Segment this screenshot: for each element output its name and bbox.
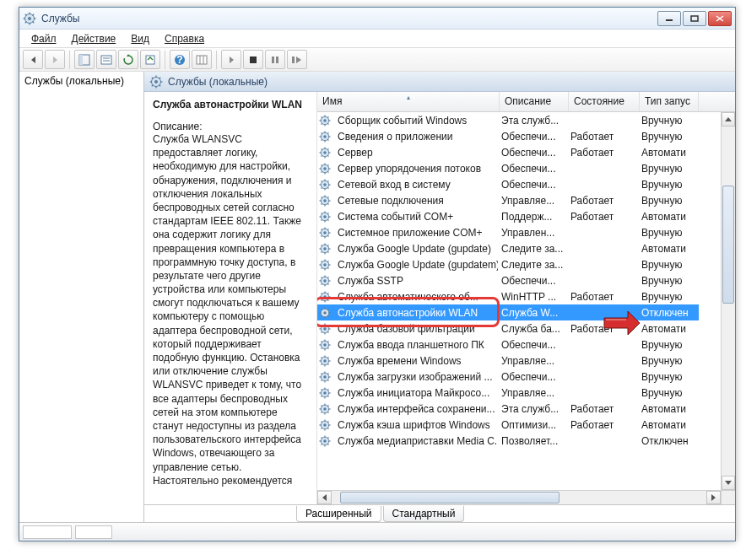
cell-description: WinHTTP ...	[498, 291, 567, 303]
table-row[interactable]: Служба времени WindowsУправляе...Вручную	[317, 353, 699, 369]
cell-name: Служба Google Update (gupdate)	[334, 243, 498, 255]
window-title: Службы	[41, 13, 657, 24]
table-row[interactable]: Системное приложение COM+Управлен...Вруч…	[317, 224, 699, 240]
gear-icon	[319, 307, 331, 319]
table-row[interactable]: Служба Google Update (gupdate)Следите за…	[317, 240, 699, 256]
cell-name: Служба времени Windows	[334, 355, 498, 367]
table-row[interactable]: Сетевой вход в системуОбеспечи...Вручную	[317, 176, 699, 192]
service-list: Имя▴ Описание Состояние Тип запус Сборщи…	[317, 92, 735, 504]
show-hide-tree-button[interactable]	[74, 50, 95, 69]
tab-extended[interactable]: Расширенный	[296, 506, 381, 522]
cell-description: Эта служб...	[498, 115, 567, 127]
cell-name: Система событий COM+	[334, 211, 498, 223]
table-row[interactable]: Служба автоматического об...WinHTTP ...Р…	[317, 288, 699, 304]
gear-icon	[319, 339, 331, 351]
restart-service-button[interactable]	[287, 50, 307, 69]
cell-description: Управляе...	[498, 355, 567, 367]
close-button[interactable]	[708, 11, 732, 26]
cell-state: Работает	[567, 323, 638, 335]
table-row[interactable]: Служба автонастройки WLANСлужба W...Откл…	[317, 304, 699, 320]
cell-startup: Отключен	[638, 435, 697, 447]
menu-file[interactable]: Файл	[24, 31, 63, 46]
cell-startup: Вручную	[638, 355, 697, 367]
cell-startup: Вручную	[638, 179, 697, 191]
column-name[interactable]: Имя▴	[317, 92, 500, 111]
scroll-up-button[interactable]	[722, 112, 735, 127]
tree-node-services-local[interactable]: Службы (локальные)	[19, 72, 143, 90]
svg-rect-15	[79, 55, 83, 65]
gear-icon	[319, 163, 331, 175]
scroll-right-button[interactable]	[706, 491, 721, 504]
back-button[interactable]	[23, 50, 43, 69]
menu-action[interactable]: Действие	[65, 31, 123, 46]
vertical-scrollbar[interactable]	[721, 112, 735, 490]
tab-standard[interactable]: Стандартный	[383, 506, 465, 522]
svg-rect-27	[276, 57, 278, 63]
gear-icon	[319, 403, 331, 415]
table-row[interactable]: Сборщик событий WindowsЭта служб...Вручн…	[317, 112, 699, 128]
gear-icon	[319, 179, 331, 191]
refresh-button[interactable]	[118, 50, 138, 69]
menu-view[interactable]: Вид	[124, 31, 156, 46]
cell-startup: Вручную	[638, 259, 697, 271]
cell-startup: Вручную	[638, 163, 697, 175]
titlebar[interactable]: Службы	[19, 8, 735, 30]
column-startup-type[interactable]: Тип запус	[640, 92, 699, 111]
table-row[interactable]: Служба инициатора Майкросо...Управляе...…	[317, 385, 699, 401]
cell-state: Работает	[567, 403, 638, 415]
help-button[interactable]: ?	[170, 50, 190, 69]
menu-help[interactable]: Справка	[158, 31, 211, 46]
forward-button[interactable]	[45, 50, 65, 69]
table-row[interactable]: Сетевые подключенияУправляе...РаботаетВр…	[317, 192, 699, 208]
cell-description: Управляе...	[498, 387, 567, 399]
gear-icon	[319, 355, 331, 367]
table-row[interactable]: Служба Google Update (gupdatem)Следите з…	[317, 256, 699, 272]
cell-startup: Вручную	[638, 115, 697, 127]
scroll-down-button[interactable]	[722, 476, 735, 490]
maximize-button[interactable]	[683, 11, 706, 26]
gear-icon	[319, 323, 331, 335]
status-panel-2	[75, 525, 112, 539]
properties-button[interactable]	[96, 50, 116, 69]
cell-name: Служба медиаприставки Media C...	[334, 435, 498, 447]
table-row[interactable]: Сведения о приложенииОбеспечи...Работает…	[317, 128, 699, 144]
cell-name: Служба базовой фильтрации	[334, 323, 498, 335]
table-row[interactable]: Служба ввода планшетного ПКОбеспечи...Вр…	[317, 337, 699, 353]
svg-rect-16	[101, 56, 111, 64]
export-button[interactable]	[140, 50, 160, 69]
svg-rect-11	[691, 16, 698, 21]
gear-icon	[319, 243, 331, 255]
description-label: Описание:	[153, 121, 308, 132]
view-columns-button[interactable]	[192, 50, 212, 69]
gear-icon	[319, 291, 331, 303]
horizontal-scrollbar[interactable]	[317, 490, 735, 504]
gear-icon	[319, 435, 331, 447]
scroll-thumb[interactable]	[722, 186, 734, 304]
description-text: Служба WLANSVC предоставляет логику, нео…	[153, 132, 308, 487]
gear-icon	[319, 195, 331, 207]
table-row[interactable]: Служба медиаприставки Media C...Позволяе…	[317, 433, 699, 449]
table-row[interactable]: Служба SSTPОбеспечи...Вручную	[317, 272, 699, 288]
svg-rect-26	[272, 57, 274, 63]
cell-startup: Автомати	[638, 323, 697, 335]
table-row[interactable]: СерверОбеспечи...РаботаетАвтомати	[317, 144, 699, 160]
gear-icon	[319, 211, 331, 223]
cell-state: Работает	[567, 291, 638, 303]
pause-service-button[interactable]	[265, 50, 285, 69]
start-service-button[interactable]	[221, 50, 241, 69]
stop-service-button[interactable]	[243, 50, 263, 69]
table-row[interactable]: Служба кэша шрифтов WindowsОптимизи...Ра…	[317, 417, 699, 433]
table-row[interactable]: Система событий COM+Поддерж...РаботаетАв…	[317, 208, 699, 224]
cell-description: Поддерж...	[498, 211, 567, 223]
cell-name: Сведения о приложении	[334, 131, 498, 143]
hscroll-thumb[interactable]	[340, 492, 560, 503]
table-row[interactable]: Сервер упорядочения потоковОбеспечи...Вр…	[317, 160, 699, 176]
scroll-left-button[interactable]	[317, 491, 332, 504]
minimize-button[interactable]	[657, 11, 681, 26]
table-row[interactable]: Служба базовой фильтрацииСлужба ба...Раб…	[317, 320, 699, 337]
column-state[interactable]: Состояние	[569, 92, 640, 111]
table-row[interactable]: Служба загрузки изображений ...Обеспечи.…	[317, 369, 699, 385]
table-row[interactable]: Служба интерфейса сохранени...Эта служб.…	[317, 401, 699, 417]
cell-description: Управлен...	[498, 227, 567, 239]
column-description[interactable]: Описание	[500, 92, 569, 111]
